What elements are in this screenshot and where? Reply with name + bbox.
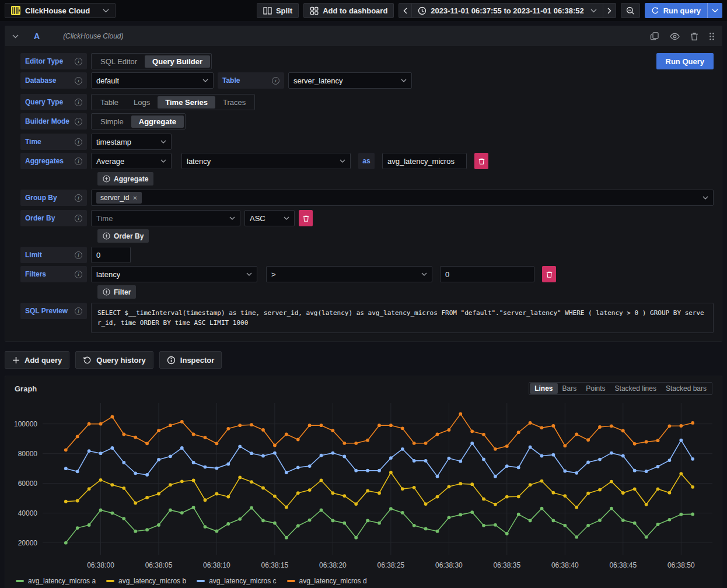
chevron-down-icon	[590, 9, 597, 13]
time-range-button[interactable]: 2023-11-01 06:37:55 to 2023-11-01 06:38:…	[412, 3, 603, 18]
remove-aggregate-button[interactable]	[474, 153, 488, 169]
field-label-table: Table	[218, 72, 284, 89]
run-query-button[interactable]: Run Query	[656, 53, 714, 69]
info-icon[interactable]	[75, 118, 82, 125]
delete-query-trash-icon[interactable]	[690, 32, 698, 41]
split-label: Split	[276, 6, 292, 15]
option-stacked-lines[interactable]: Stacked lines	[610, 383, 661, 394]
legend-item[interactable]: avg_latency_micros c	[197, 577, 276, 585]
legend-item[interactable]: avg_latency_micros d	[287, 577, 367, 585]
svg-text:06:38:00: 06:38:00	[87, 561, 114, 569]
chevron-down-icon	[160, 140, 166, 144]
query-editor-card: A (ClickHouse Cloud) Editor Type SQL Edi	[5, 26, 722, 342]
info-icon[interactable]	[75, 251, 82, 259]
field-label-database: Database	[20, 72, 87, 89]
option-simple[interactable]: Simple	[93, 116, 131, 128]
legend-item[interactable]: avg_latency_micros a	[16, 577, 96, 585]
option-sql-editor[interactable]: SQL Editor	[93, 55, 145, 68]
filter-operator-select[interactable]: >	[266, 266, 432, 282]
database-select[interactable]: default	[91, 72, 214, 89]
add-order-by-button[interactable]: Order By	[97, 229, 149, 243]
time-column-select[interactable]: timestamp	[91, 134, 172, 150]
option-query-builder[interactable]: Query Builder	[145, 55, 210, 68]
add-filter-button[interactable]: Filter	[97, 285, 136, 299]
add-aggregate-button[interactable]: Aggregate	[97, 172, 153, 186]
query-history-button[interactable]: Query history	[75, 351, 153, 369]
hide-query-eye-icon[interactable]	[670, 33, 680, 40]
history-icon	[83, 356, 92, 365]
info-icon[interactable]	[272, 77, 279, 85]
editor-type-switch: SQL EditorQuery Builder	[91, 53, 212, 69]
remove-order-by-button[interactable]	[299, 210, 313, 226]
remove-filter-button[interactable]	[542, 266, 556, 282]
svg-text:100000: 100000	[14, 420, 37, 428]
inspector-button[interactable]: Inspector	[159, 351, 222, 369]
limit-input[interactable]	[91, 247, 131, 263]
info-icon[interactable]	[75, 215, 82, 222]
time-shift-back-button[interactable]	[399, 3, 412, 18]
duplicate-query-icon[interactable]	[650, 32, 659, 41]
svg-text:20000: 20000	[18, 539, 38, 547]
legend-label: avg_latency_micros a	[28, 577, 96, 585]
plus-circle-icon	[103, 288, 110, 296]
zoom-out-button[interactable]	[621, 3, 640, 18]
info-icon[interactable]	[75, 307, 82, 315]
chevron-left-icon	[403, 8, 407, 14]
order-by-direction-select[interactable]: ASC	[244, 210, 295, 226]
add-to-dashboard-label: Add to dashboard	[323, 6, 387, 15]
info-icon[interactable]	[75, 271, 82, 278]
svg-text:06:38:30: 06:38:30	[435, 561, 463, 569]
graph-panel: Graph LinesBarsPointsStacked linesStacke…	[5, 376, 722, 588]
group-by-multiselect[interactable]: server_id	[91, 190, 714, 206]
table-select[interactable]: server_latency	[288, 72, 412, 89]
info-circle-icon	[167, 356, 176, 365]
chevron-down-icon	[702, 196, 708, 200]
option-time-series[interactable]: Time Series	[158, 96, 215, 108]
info-icon[interactable]	[75, 77, 82, 85]
graph-style-switch: LinesBarsPointsStacked linesStacked bars	[529, 382, 712, 395]
field-label-editor-type: Editor Type	[20, 53, 87, 69]
field-label-filters: Filters	[20, 266, 87, 282]
aggregate-column-select[interactable]: latency	[181, 153, 351, 169]
datasource-picker[interactable]: ClickHouse Cloud	[5, 3, 116, 18]
aggregate-function-select[interactable]: Average	[91, 153, 172, 169]
svg-text:06:38:25: 06:38:25	[378, 561, 405, 569]
legend-item[interactable]: avg_latency_micros b	[106, 577, 186, 585]
option-bars[interactable]: Bars	[558, 383, 582, 394]
option-traces[interactable]: Traces	[215, 96, 253, 108]
info-icon[interactable]	[75, 194, 82, 202]
add-query-button[interactable]: Add query	[5, 351, 69, 369]
field-label-builder-mode: Builder Mode	[20, 113, 87, 130]
query-header[interactable]: A (ClickHouse Cloud)	[5, 26, 722, 46]
add-to-dashboard-button[interactable]: Add to dashboard	[303, 3, 394, 18]
order-by-field-select[interactable]: Time	[91, 210, 240, 226]
chevron-down-icon	[284, 216, 289, 220]
refresh-icon	[651, 6, 659, 15]
info-icon[interactable]	[75, 138, 82, 146]
option-table[interactable]: Table	[93, 96, 126, 108]
aggregate-alias-input[interactable]	[382, 153, 467, 169]
info-icon[interactable]	[75, 158, 82, 165]
split-button[interactable]: Split	[257, 3, 299, 18]
remove-chip-icon[interactable]	[132, 195, 137, 201]
info-icon[interactable]	[75, 58, 82, 65]
option-logs[interactable]: Logs	[126, 96, 158, 108]
option-aggregate[interactable]: Aggregate	[131, 116, 184, 128]
filter-field-select[interactable]: latency	[91, 266, 257, 282]
filter-value-input[interactable]	[440, 266, 534, 282]
svg-text:06:38:10: 06:38:10	[203, 561, 230, 569]
run-query-label: Run query	[663, 6, 701, 15]
group-by-chip[interactable]: server_id	[96, 192, 142, 204]
option-points[interactable]: Points	[581, 383, 610, 394]
info-icon[interactable]	[75, 99, 82, 106]
legend-label: avg_latency_micros c	[209, 577, 276, 585]
option-lines[interactable]: Lines	[530, 383, 557, 394]
field-label-limit: Limit	[20, 247, 87, 263]
time-shift-forward-button[interactable]	[603, 3, 616, 18]
run-query-split-button[interactable]: Run query	[645, 3, 722, 18]
option-stacked-bars[interactable]: Stacked bars	[661, 383, 711, 394]
plus-icon	[12, 356, 20, 364]
drag-handle-icon[interactable]	[709, 32, 715, 41]
collapse-chevron-icon[interactable]	[12, 34, 19, 38]
run-query-caret[interactable]	[707, 3, 722, 18]
